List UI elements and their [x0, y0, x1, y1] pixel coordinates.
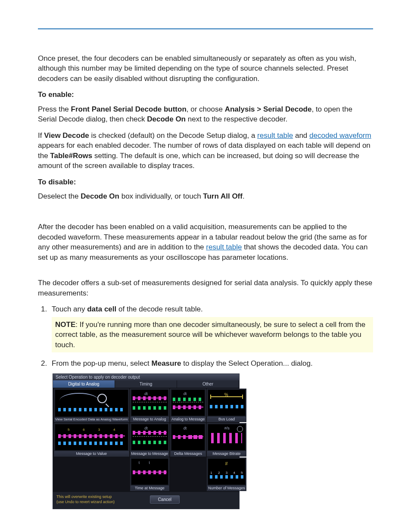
text-bold: Decode On: [147, 115, 186, 123]
link-result-table[interactable]: result table: [257, 131, 293, 140]
op-message-bitrate[interactable]: #/s Message Bitrate: [207, 423, 246, 457]
dt-icon: dt: [184, 392, 187, 396]
op-label: Delta Messages: [171, 451, 206, 456]
op-number-of-messages[interactable]: #12345 Number of Messages: [207, 457, 246, 491]
text-bold: Decode On: [81, 192, 119, 200]
t-icon: t: [149, 460, 150, 465]
op-label: Message to Analog: [131, 417, 169, 422]
intro-paragraph: Once preset, the four decoders can be en…: [38, 53, 373, 84]
text-bold: Front Panel Serial Decode button: [71, 105, 187, 113]
link-result-table-2[interactable]: result table: [206, 243, 242, 251]
text-bold: Turn All Off: [203, 192, 243, 200]
magnifier-icon: [97, 394, 107, 403]
dialog-tabs: Digital to Analog Timing Other: [53, 380, 239, 388]
clock-icon: [237, 426, 243, 432]
tab-timing[interactable]: Timing: [115, 380, 177, 388]
note-label: NOTE: [55, 320, 75, 329]
op-message-to-analog[interactable]: dt Message to Analog: [130, 389, 170, 422]
op-label: Message Bitrate: [207, 451, 246, 456]
op-bus-load[interactable]: % Bus Load: [207, 389, 246, 422]
text-bold: data cell: [87, 305, 116, 313]
op-message-to-value[interactable]: 5634 Message to Value: [54, 423, 129, 457]
text-bold: Measure: [152, 359, 181, 367]
op-label: Analog to Message: [171, 417, 206, 422]
op-label: Message to Value: [54, 451, 129, 456]
step-1: Touch any data cell of the decode result…: [49, 304, 373, 352]
op-analog-to-message[interactable]: dt Analog to Message: [170, 389, 206, 422]
text: box individually, or touch: [119, 192, 203, 200]
op-label: Bus Load: [207, 417, 246, 422]
dialog-warning: This will overwrite existing setup (use …: [56, 495, 115, 504]
op-time-at-message[interactable]: tt Time at Message: [130, 457, 170, 491]
tab-other[interactable]: Other: [177, 380, 239, 388]
text-bold: Analysis > Serial Decode: [225, 105, 312, 113]
text-bold: Table#Rows: [50, 152, 92, 160]
subset-intro: The decoder offers a sub-set of measurem…: [38, 278, 373, 298]
dialog-title: Select Operation to apply on decoder out…: [53, 374, 239, 380]
dt-icon: dt: [144, 392, 148, 396]
text: to display the Select Operation... dialo…: [181, 359, 313, 367]
text-bold: View Decode: [44, 131, 89, 140]
op-label: View Serial Encoded Data as Analog Wavef…: [54, 417, 129, 422]
text: Press the: [38, 105, 71, 113]
dt-icon: #/s: [224, 426, 230, 430]
t-icon: t: [139, 460, 140, 465]
measure-intro: After the decoder has been enabled on a …: [38, 222, 373, 262]
link-decoded-waveform[interactable]: decoded waveform: [309, 131, 371, 140]
text: of the decode result table.: [116, 305, 202, 313]
disable-paragraph: Deselect the Decode On box individually,…: [38, 191, 373, 201]
heading-disable: To disable:: [38, 177, 373, 187]
text: is checked (default) on the Decode Setup…: [89, 131, 257, 140]
dt-icon: dt: [184, 426, 187, 430]
enable-paragraph-1: Press the Front Panel Serial Decode butt…: [38, 104, 373, 124]
text: .: [243, 192, 245, 200]
header-rule: [38, 28, 373, 29]
text: , or choose: [187, 105, 225, 113]
op-delta-messages[interactable]: dt Delta Messages: [170, 423, 206, 457]
text: Deselect the: [38, 192, 81, 200]
enable-paragraph-2: If View Decode is checked (default) on t…: [38, 131, 373, 171]
text: From the pop-up menu, select: [52, 359, 152, 367]
warn-line2: (use Undo to revert wizard action): [56, 500, 115, 504]
step-2: From the pop-up menu, select Measure to …: [49, 358, 373, 368]
text: Touch any: [52, 305, 87, 313]
dialog-grid: View Serial Encoded Data as Analog Wavef…: [53, 388, 239, 492]
op-label: Message to Message: [131, 451, 169, 456]
text: next to the respective decoder.: [186, 115, 287, 123]
select-operation-dialog-image: Select Operation to apply on decoder out…: [53, 373, 373, 509]
cancel-button[interactable]: Cancel: [150, 495, 180, 504]
text: and: [293, 131, 309, 140]
op-view-serial-encoded-data[interactable]: View Serial Encoded Data as Analog Wavef…: [54, 389, 129, 422]
dt-icon: dt: [144, 426, 148, 430]
heading-enable: To enable:: [38, 90, 373, 100]
hash-icon: #: [225, 461, 228, 466]
op-label: Number of Messages: [207, 485, 246, 491]
note-box: NOTE: If you're running more than one de…: [52, 317, 373, 352]
op-label: Time at Message: [131, 485, 169, 491]
text: If: [38, 131, 44, 140]
op-message-to-message[interactable]: dt Message to Message: [130, 423, 170, 457]
tab-digital-to-analog[interactable]: Digital to Analog: [53, 380, 115, 388]
note-text: : If you're running more than one decode…: [55, 320, 365, 349]
warn-line1: This will overwrite existing setup: [56, 495, 112, 499]
